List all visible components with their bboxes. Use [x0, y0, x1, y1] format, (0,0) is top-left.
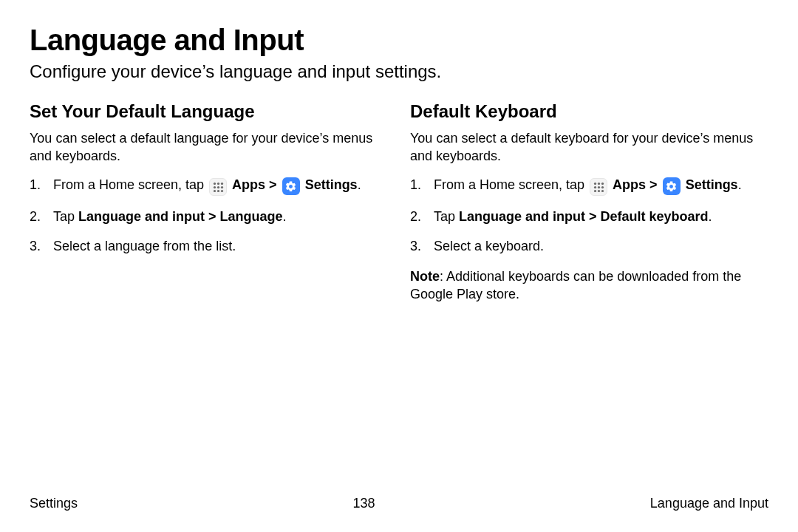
step-item: From a Home screen, tap Apps > Settings.	[30, 176, 388, 197]
gear-icon	[663, 177, 681, 195]
chevron: >	[646, 177, 661, 192]
svg-point-13	[597, 185, 599, 188]
svg-point-2	[220, 182, 222, 184]
apps-label: Apps	[232, 177, 265, 192]
period: .	[709, 209, 712, 224]
step-item: From a Home screen, tap Apps > Settings.	[410, 176, 768, 197]
step-text: From a Home screen, tap	[53, 177, 208, 192]
svg-point-5	[220, 185, 222, 188]
section-description-right: You can select a default keyboard for yo…	[410, 129, 768, 166]
footer-right: Language and Input	[650, 496, 768, 511]
svg-point-8	[220, 189, 222, 191]
svg-point-3	[213, 185, 215, 188]
settings-label: Settings	[305, 177, 358, 192]
section-heading-right: Default Keyboard	[410, 101, 768, 122]
page-footer: Settings 138 Language and Input	[30, 496, 768, 511]
svg-point-16	[597, 189, 599, 191]
step-item: Tap Language and input > Default keyboar…	[410, 208, 768, 225]
page-title: Language and Input	[30, 24, 768, 57]
right-column: Default Keyboard You can select a defaul…	[410, 101, 768, 303]
note: Note: Additional keyboards can be downlo…	[410, 267, 768, 304]
svg-point-14	[601, 185, 603, 188]
steps-list-left: From a Home screen, tap Apps > Settings.…	[30, 176, 388, 256]
gear-icon	[282, 177, 300, 195]
note-text: : Additional keyboards can be downloaded…	[410, 269, 741, 301]
footer-left: Settings	[30, 496, 78, 511]
step-text: From a Home screen, tap	[434, 177, 588, 192]
step-text: Tap	[434, 209, 459, 224]
svg-point-4	[216, 185, 219, 188]
section-heading-left: Set Your Default Language	[30, 101, 388, 122]
svg-point-15	[593, 189, 596, 191]
step-item: Select a keyboard.	[410, 237, 768, 255]
left-column: Set Your Default Language You can select…	[30, 101, 388, 303]
period: .	[358, 177, 361, 192]
svg-point-11	[601, 182, 603, 184]
svg-point-10	[597, 182, 599, 184]
apps-icon	[590, 178, 607, 196]
step-item: Tap Language and input > Language.	[30, 208, 388, 225]
svg-point-0	[213, 182, 215, 184]
svg-point-9	[593, 182, 596, 184]
svg-point-1	[216, 182, 219, 184]
content-columns: Set Your Default Language You can select…	[30, 101, 768, 303]
svg-point-6	[213, 189, 215, 191]
step-item: Select a language from the list.	[30, 237, 388, 255]
steps-list-right: From a Home screen, tap Apps > Settings.…	[410, 176, 768, 256]
section-description-left: You can select a default language for yo…	[30, 129, 388, 166]
apps-label: Apps	[613, 177, 646, 192]
page-subtitle: Configure your device’s language and inp…	[30, 61, 768, 82]
step-bold: Language and input > Default keyboard	[459, 209, 709, 224]
step-text: Tap	[53, 209, 78, 224]
settings-label: Settings	[686, 177, 738, 192]
note-label: Note	[410, 269, 440, 284]
step-bold: Language and input > Language	[78, 209, 283, 224]
footer-page-number: 138	[352, 496, 375, 511]
svg-point-12	[593, 185, 596, 188]
apps-icon	[209, 178, 227, 196]
svg-point-17	[601, 189, 603, 191]
period: .	[738, 177, 742, 192]
period: .	[283, 209, 287, 224]
chevron: >	[265, 177, 281, 192]
svg-point-7	[216, 189, 219, 191]
